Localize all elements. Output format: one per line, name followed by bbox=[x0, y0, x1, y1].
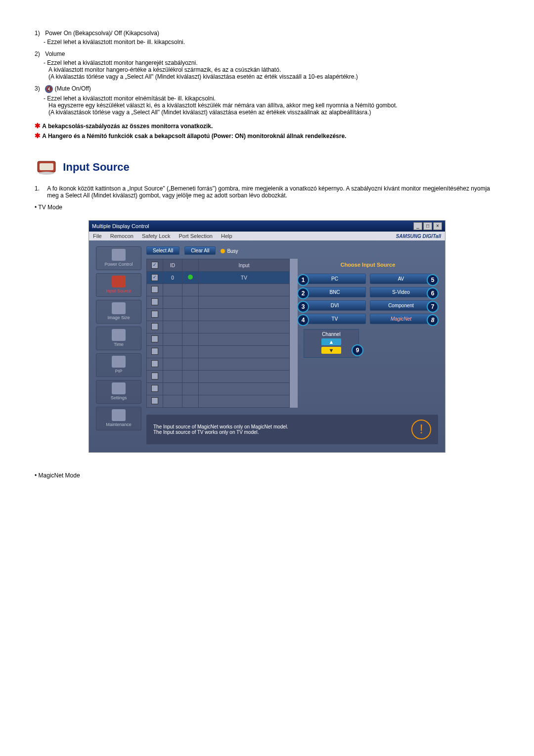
row-checkbox[interactable] bbox=[151, 335, 158, 342]
table-row[interactable] bbox=[147, 383, 290, 395]
window-title: Multiple Display Control bbox=[92, 223, 149, 229]
source-svideo-button[interactable]: S-Video6 bbox=[370, 287, 432, 297]
table-row[interactable] bbox=[147, 346, 290, 358]
image-size-icon bbox=[112, 302, 126, 314]
input-source-heading-icon bbox=[35, 159, 58, 175]
svg-rect-1 bbox=[40, 163, 53, 170]
svg-point-2 bbox=[39, 172, 54, 175]
sidebar-item-maintenance[interactable]: Maintenance bbox=[96, 407, 141, 430]
table-row[interactable] bbox=[147, 284, 290, 296]
channel-box: Channel ▲ ▼ 9 bbox=[304, 329, 359, 358]
check-all[interactable] bbox=[151, 262, 158, 269]
item-1-line: - Ezzel lehet a kiválasztott monitort be… bbox=[35, 39, 499, 46]
callout-5: 5 bbox=[427, 274, 439, 286]
source-bnc-button[interactable]: 2BNC bbox=[304, 287, 366, 297]
warning-icon: ! bbox=[411, 420, 431, 439]
row-checkbox[interactable] bbox=[151, 348, 158, 355]
row-checkbox[interactable] bbox=[151, 298, 158, 305]
sidebar-label: Input Source bbox=[106, 288, 131, 293]
item-number: 3) bbox=[35, 85, 44, 92]
row-id: 0 bbox=[163, 272, 182, 284]
menu-file[interactable]: File bbox=[93, 233, 102, 239]
row-checkbox[interactable] bbox=[151, 360, 158, 367]
btn-label: MagicNet bbox=[391, 316, 411, 322]
titlebar: Multiple Display Control _ □ × bbox=[89, 221, 445, 232]
select-all-button[interactable]: Select All bbox=[146, 246, 179, 255]
minimize-button[interactable]: _ bbox=[413, 222, 422, 230]
star-icon: ✱ bbox=[35, 122, 41, 130]
source-tv-button[interactable]: 4TV bbox=[304, 314, 366, 324]
brand-logo: SAMSUNG DIGITall bbox=[396, 234, 441, 239]
source-component-button[interactable]: Component7 bbox=[370, 300, 432, 311]
row-checkbox[interactable] bbox=[151, 373, 158, 379]
bullet-tv-mode: • TV Mode bbox=[35, 204, 499, 211]
row-checkbox[interactable] bbox=[151, 385, 158, 392]
sidebar-item-input-source[interactable]: Input Source bbox=[96, 273, 141, 297]
row-checkbox[interactable] bbox=[151, 311, 158, 318]
col-id: ID bbox=[163, 259, 182, 272]
source-pc-button[interactable]: 1PC bbox=[304, 274, 366, 284]
table-row[interactable]: 0 TV bbox=[147, 272, 290, 284]
source-magicnet-button[interactable]: MagicNet8 bbox=[370, 314, 432, 324]
row-checkbox[interactable] bbox=[151, 397, 158, 404]
sidebar-label: Time bbox=[114, 342, 124, 347]
clear-all-button[interactable]: Clear All bbox=[184, 246, 216, 255]
sidebar-label: Power Control bbox=[104, 262, 133, 267]
busy-dot-icon bbox=[221, 249, 225, 253]
btn-label: DVI bbox=[331, 303, 339, 308]
callout-7: 7 bbox=[427, 301, 439, 313]
table-row[interactable] bbox=[147, 333, 290, 346]
menu-help[interactable]: Help bbox=[221, 233, 232, 239]
intro-paragraph: 1. A fo ikonok között kattintson a „Inpu… bbox=[35, 185, 499, 199]
item-title: Power On (Bekapcsolva)/ Off (Kikapcsolva… bbox=[45, 30, 490, 37]
scrollbar[interactable] bbox=[290, 259, 298, 408]
power-status-icon bbox=[188, 275, 193, 280]
device-grid: ID Input 0 TV bbox=[146, 259, 290, 408]
sidebar-item-settings[interactable]: Settings bbox=[96, 380, 141, 404]
channel-up-button[interactable]: ▲ bbox=[321, 338, 341, 345]
table-row[interactable] bbox=[147, 371, 290, 383]
source-buttons-grid: 1PC AV5 2BNC S-Video6 3DVI Component7 4T… bbox=[304, 274, 432, 324]
item-3-line: - Ezzel lehet a kiválasztott monitor eln… bbox=[35, 95, 499, 102]
sidebar-item-time[interactable]: Time bbox=[96, 327, 141, 350]
sidebar-label: PIP bbox=[115, 369, 123, 374]
callout-4: 4 bbox=[297, 314, 309, 326]
row-checkbox[interactable] bbox=[151, 323, 158, 330]
table-row[interactable] bbox=[147, 358, 290, 371]
para-number: 1. bbox=[35, 185, 45, 192]
sidebar-item-image-size[interactable]: Image Size bbox=[96, 300, 141, 324]
btn-label: BNC bbox=[329, 289, 340, 295]
menu-remocon[interactable]: Remocon bbox=[110, 233, 134, 239]
item-2: 2) Volume bbox=[35, 50, 499, 57]
sidebar-label: Settings bbox=[111, 395, 127, 400]
settings-icon bbox=[112, 382, 126, 394]
row-checkbox[interactable] bbox=[151, 274, 158, 281]
note-text: A Hangero és a Némító funkciók csak a be… bbox=[42, 133, 346, 140]
maximize-button[interactable]: □ bbox=[423, 222, 432, 230]
sidebar-item-power-control[interactable]: Power Control bbox=[96, 246, 141, 270]
table-row[interactable] bbox=[147, 309, 290, 321]
menu-port-selection[interactable]: Port Selection bbox=[178, 233, 212, 239]
input-source-icon bbox=[112, 276, 126, 287]
sidebar-item-pip[interactable]: PIP bbox=[96, 353, 141, 377]
close-button[interactable]: × bbox=[433, 222, 442, 230]
source-dvi-button[interactable]: 3DVI bbox=[304, 300, 366, 311]
source-av-button[interactable]: AV5 bbox=[370, 274, 432, 284]
item-3-line: (A kiválasztások törlése vagy a „Select … bbox=[35, 109, 499, 116]
table-row[interactable] bbox=[147, 296, 290, 309]
btn-label: Component bbox=[388, 303, 414, 308]
channel-down-button[interactable]: ▼ bbox=[321, 347, 341, 354]
callout-2: 2 bbox=[297, 287, 309, 299]
item-1: 1) Power On (Bekapcsolva)/ Off (Kikapcso… bbox=[35, 30, 499, 37]
btn-label: TV bbox=[332, 316, 338, 322]
table-row[interactable] bbox=[147, 321, 290, 333]
grid-header-row: ID Input bbox=[147, 259, 290, 272]
time-icon bbox=[112, 329, 126, 341]
row-input: TV bbox=[199, 272, 290, 284]
table-row[interactable] bbox=[147, 395, 290, 408]
maintenance-icon bbox=[112, 409, 126, 421]
callout-1: 1 bbox=[297, 274, 309, 286]
row-checkbox[interactable] bbox=[151, 286, 158, 293]
menu-safety-lock[interactable]: Safety Lock bbox=[142, 233, 170, 239]
item-list: 1) Power On (Bekapcsolva)/ Off (Kikapcso… bbox=[35, 30, 499, 116]
